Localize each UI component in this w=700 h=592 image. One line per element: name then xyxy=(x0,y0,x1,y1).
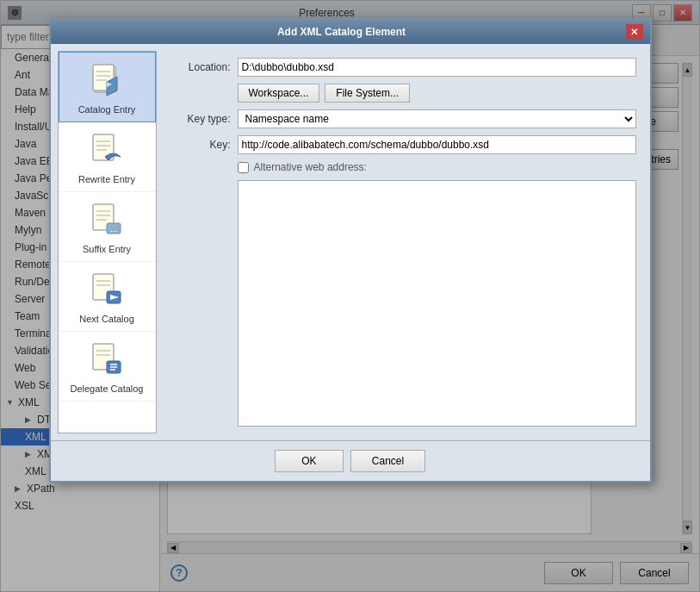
alt-web-label: Alternative web address: xyxy=(254,161,367,173)
svg-text:…: … xyxy=(110,226,117,234)
entry-type-rewrite-label: Rewrite Entry xyxy=(78,174,135,184)
suffix-entry-icon: … xyxy=(86,199,127,240)
key-label: Key: xyxy=(170,139,231,151)
entry-type-suffix[interactable]: … Suffix Entry xyxy=(59,192,156,262)
alt-web-row: Alternative web address: xyxy=(238,161,636,173)
entry-type-delegatecatalog-label: Delegate Catalog xyxy=(70,383,143,394)
keytype-label: Key type: xyxy=(170,113,231,125)
rewrite-entry-icon xyxy=(86,129,127,171)
modal-overlay: Add XML Catalog Element ✕ xyxy=(1,1,699,591)
entry-type-nextcatalog[interactable]: Next Catalog xyxy=(59,262,156,332)
main-window: ⚙ Preferences ─ □ ✕ General Ant Data Man… xyxy=(0,0,700,592)
file-system-button[interactable]: File System... xyxy=(325,84,410,103)
modal-body: Catalog Entry xyxy=(51,44,650,440)
location-label: Location: xyxy=(170,61,231,73)
location-buttons-row: Workspace... File System... xyxy=(238,84,636,103)
modal-cancel-button[interactable]: Cancel xyxy=(350,450,425,472)
alt-web-checkbox[interactable] xyxy=(238,162,249,173)
key-row: Key: xyxy=(170,135,636,154)
entry-type-nextcatalog-label: Next Catalog xyxy=(79,314,134,324)
modal-close-button[interactable]: ✕ xyxy=(626,24,643,40)
alt-web-textarea[interactable] xyxy=(238,180,636,427)
delegate-catalog-icon xyxy=(86,339,127,380)
keytype-select[interactable]: Namespace name Public ID System ID URI xyxy=(238,109,636,128)
catalog-entry-icon xyxy=(86,59,127,101)
entry-type-catalog-label: Catalog Entry xyxy=(78,104,136,115)
entry-types-list: Catalog Entry xyxy=(58,51,157,433)
modal-title: Add XML Catalog Element xyxy=(58,26,626,38)
entry-type-catalog[interactable]: Catalog Entry xyxy=(59,52,156,122)
entry-form: Location: Workspace... File System... Ke… xyxy=(164,51,643,433)
key-input[interactable] xyxy=(238,135,636,154)
entry-type-suffix-label: Suffix Entry xyxy=(83,244,131,254)
modal-footer: OK Cancel xyxy=(51,440,650,481)
keytype-row: Key type: Namespace name Public ID Syste… xyxy=(170,109,636,128)
modal-ok-button[interactable]: OK xyxy=(275,450,344,472)
workspace-button[interactable]: Workspace... xyxy=(238,84,320,103)
modal-title-bar: Add XML Catalog Element ✕ xyxy=(51,20,650,44)
next-catalog-icon xyxy=(86,269,127,310)
entry-type-delegatecatalog[interactable]: Delegate Catalog xyxy=(59,332,156,402)
add-xml-catalog-dialog: Add XML Catalog Element ✕ xyxy=(49,18,652,483)
location-row: Location: xyxy=(170,58,636,77)
entry-type-rewrite[interactable]: Rewrite Entry xyxy=(59,122,156,192)
location-input[interactable] xyxy=(238,58,636,77)
